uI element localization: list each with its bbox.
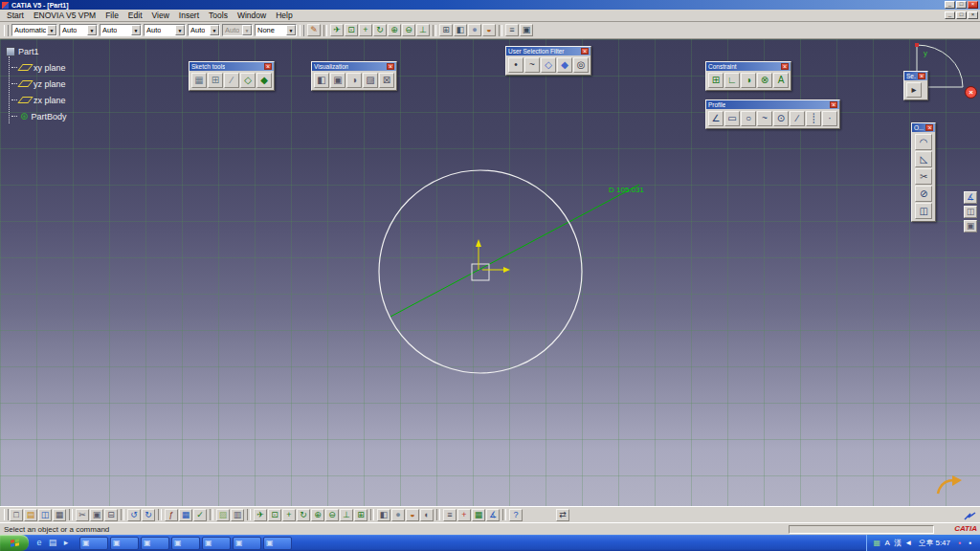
chevron-down-icon[interactable]: ▼ [87,25,97,35]
contact-constraint-icon[interactable]: ◑ [741,73,756,88]
close-icon[interactable]: × [918,73,925,79]
menu-window[interactable]: Window [233,11,271,20]
swap-windows-icon[interactable]: ⇄ [556,509,569,521]
apply-material-icon[interactable]: ▨ [216,509,230,521]
show-desktop-icon[interactable]: ▤ [47,537,58,549]
palette-titlebar[interactable]: Constraint × [706,62,791,71]
chevron-down-icon[interactable]: ▼ [210,25,219,35]
auto-constraint-icon[interactable]: A [773,73,789,88]
tree-node-yz-plane[interactable]: yz plane [11,76,66,92]
undo-icon[interactable]: ↺ [127,509,141,521]
auto-combo-2[interactable]: Auto▼ [100,24,142,36]
menu-file[interactable]: File [100,11,123,20]
mdi-restore-icon[interactable]: □ [956,11,967,19]
tree-node-zx-plane[interactable]: zx plane [11,92,66,108]
close-icon[interactable]: × [387,63,394,70]
paste-icon[interactable]: ⊟ [104,509,118,521]
chevron-down-icon[interactable]: ▼ [131,25,141,35]
line-icon[interactable]: ∕ [790,111,805,126]
minimize-icon[interactable]: _ [945,1,955,9]
trim-icon[interactable]: ✂ [915,168,932,185]
palette-titlebar[interactable]: Sketch tools × [189,62,274,71]
curve-filter-icon[interactable]: ~ [524,57,540,73]
open-icon[interactable]: ▤ [24,509,37,521]
fit-all-icon[interactable]: ⊡ [268,509,281,521]
construction-element-icon[interactable]: ∕ [224,73,239,88]
sketch-icon[interactable]: ✎ [307,24,321,36]
toolbar-drag-handle[interactable] [300,25,304,36]
copy-icon[interactable]: ▣ [90,509,103,521]
shading2-icon[interactable]: ● [391,509,405,521]
taskbar-task-button[interactable]: ▣ [79,537,108,550]
taskbar-task-button[interactable]: ▣ [202,537,231,550]
auto-combo-4[interactable]: Auto▼ [188,24,220,36]
fix-together-icon[interactable]: ⊗ [757,73,772,88]
circle-icon[interactable]: ○ [741,111,756,126]
fly-mode-icon[interactable]: ✈ [330,24,344,36]
tree-node-part1[interactable]: Part1 [6,43,66,59]
tree-node-partbody[interactable]: ⊛ PartBody [11,108,66,124]
graph-icon[interactable]: ≡ [443,509,457,521]
save-icon[interactable]: ◫ [38,509,52,521]
display-options-icon[interactable]: ◫ [964,206,977,218]
profile-icon[interactable]: ∠ [708,111,724,126]
chevron-down-icon[interactable]: ▼ [286,25,296,35]
update-mode-combo[interactable]: Automatic▼ [11,24,57,36]
mdi-close-icon[interactable]: × [968,11,978,19]
chevron-down-icon[interactable]: ▼ [47,25,56,35]
spline-icon[interactable]: ~ [757,111,772,126]
chevron-down-icon[interactable]: ▼ [175,25,185,35]
diameter-line[interactable] [390,185,639,317]
show-desktop-edge-icon[interactable]: ▪ [966,537,975,549]
ime-han-icon[interactable]: 漢 [893,537,902,549]
auto-combo-3[interactable]: Auto▼ [144,24,186,36]
snap-to-point-icon[interactable]: ⊞ [208,73,223,88]
volume-filter-icon[interactable]: ◆ [557,57,572,73]
sketch-circle[interactable] [379,170,582,373]
multi-view-icon[interactable]: ⊞ [439,24,453,36]
axis-icon[interactable]: ┊ [806,111,821,126]
menu-view[interactable]: View [147,11,174,20]
compass-handle[interactable] [915,43,919,47]
quick-view-icon[interactable]: ◧ [454,24,467,36]
menu-tools[interactable]: Tools [204,11,233,20]
palette-titlebar[interactable]: User Selection Filter × [506,47,590,55]
mdi-minimize-icon[interactable]: _ [945,11,955,19]
taskbar-task-button[interactable]: ▣ [141,537,169,550]
command-field[interactable] [789,525,934,534]
corner-icon[interactable]: ◠ [915,134,932,150]
cut-icon[interactable]: ✂ [76,509,89,521]
taskbar-clock[interactable]: 오후 5:47 [916,538,952,548]
zoom-out2-icon[interactable]: ⊖ [325,509,339,521]
multi-view2-icon[interactable]: ⊞ [354,509,368,521]
measure-between-icon[interactable]: ∡ [486,509,500,521]
media-player-icon[interactable]: ▸ [60,537,72,549]
tree-node-xy-plane[interactable]: xy plane [11,59,66,76]
ellipse-icon[interactable]: ⊙ [773,111,789,126]
chamfer-icon[interactable]: ◺ [915,151,932,167]
lock-viewpoint-icon[interactable]: ⊠ [379,73,394,88]
hide-show2-icon[interactable]: ◒ [406,509,419,521]
constraints-dialog-icon[interactable]: ⊞ [708,73,724,88]
swap-space-icon[interactable]: ◐ [420,509,434,521]
close-icon[interactable]: × [264,63,272,70]
normal-view-icon[interactable]: ⊥ [416,24,430,36]
close-icon[interactable]: × [781,63,789,70]
close-icon[interactable]: × [830,101,837,108]
formula-icon[interactable]: ƒ [165,509,178,521]
rectangle-icon[interactable]: ▭ [724,111,740,126]
geometrical-constraints-icon[interactable]: ◇ [240,73,256,88]
taskbar-task-button[interactable]: ▣ [263,537,292,550]
compass-toggle-icon[interactable]: + [457,509,471,521]
taskbar-task-button[interactable]: ▣ [233,537,261,550]
pan2-icon[interactable]: + [282,509,296,521]
tools-icon[interactable]: ▣ [964,220,977,232]
internet-explorer-icon[interactable]: e [33,537,45,549]
check-icon[interactable]: ✓ [193,509,207,521]
mirror-icon[interactable]: ◫ [915,203,932,219]
cut-part-icon[interactable]: ◧ [314,73,329,88]
design-table-icon[interactable]: ▦ [179,509,192,521]
palette-titlebar[interactable]: Se... × [904,72,927,80]
menu-start[interactable]: Start [2,11,29,20]
palette-titlebar[interactable]: Profile × [706,100,839,109]
